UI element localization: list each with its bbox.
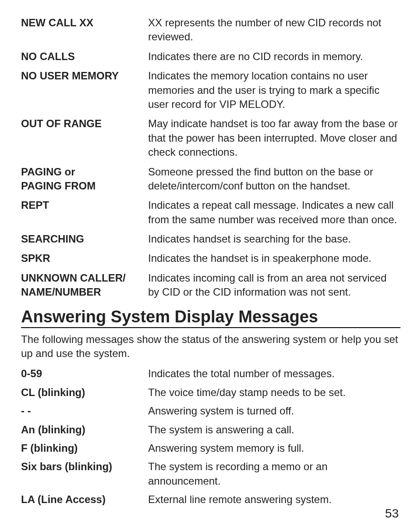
def-desc: XX represents the number of new CID reco… bbox=[148, 16, 400, 44]
page-number: 53 bbox=[385, 507, 399, 521]
definition-list-2: 0-59 Indicates the total number of messa… bbox=[21, 367, 400, 507]
def-term: 0-59 bbox=[21, 367, 148, 381]
def-row: NEW CALL XX XX represents the number of … bbox=[21, 16, 400, 44]
section-heading: Answering System Display Messages bbox=[21, 307, 400, 328]
def-row: - - Answering system is turned off. bbox=[21, 404, 400, 418]
def-term: An (blinking) bbox=[21, 423, 148, 437]
def-term: SPKR bbox=[21, 251, 148, 265]
def-desc: Indicates a repeat call message. Indicat… bbox=[148, 198, 400, 227]
def-row: REPT Indicates a repeat call message. In… bbox=[21, 198, 400, 227]
def-desc: The voice time/day stamp needs to be set… bbox=[148, 386, 400, 400]
def-desc: Indicates handset is searching for the b… bbox=[148, 232, 400, 246]
def-desc: External line remote answering system. bbox=[148, 493, 400, 507]
def-desc: Indicates incoming call is from an area … bbox=[148, 271, 400, 300]
def-desc: May indicate handset is too far away fro… bbox=[148, 117, 400, 159]
def-term: - - bbox=[21, 404, 148, 418]
def-desc: Indicates there are no CID records in me… bbox=[148, 50, 400, 64]
def-term: PAGING or PAGING FROM bbox=[21, 165, 148, 193]
def-row: Six bars (blinking) The system is record… bbox=[21, 460, 400, 488]
section-intro: The following messages show the status o… bbox=[21, 332, 400, 361]
def-desc: The system is answering a call. bbox=[148, 423, 400, 437]
def-row: NO CALLS Indicates there are no CID reco… bbox=[21, 50, 400, 64]
def-desc: Indicates the memory location contains n… bbox=[148, 69, 400, 111]
def-desc: The system is recording a memo or an ann… bbox=[148, 460, 400, 488]
def-term: SEARCHING bbox=[21, 232, 148, 246]
def-term: F (blinking) bbox=[21, 441, 148, 455]
def-row: LA (Line Access) External line remote an… bbox=[21, 493, 400, 507]
def-desc: Indicates the handset is in speakerphone… bbox=[148, 251, 400, 265]
def-desc: Indicates the total number of messages. bbox=[148, 367, 400, 381]
def-term: Six bars (blinking) bbox=[21, 460, 148, 474]
def-row: 0-59 Indicates the total number of messa… bbox=[21, 367, 400, 381]
def-row: An (blinking) The system is answering a … bbox=[21, 423, 400, 437]
def-term: OUT OF RANGE bbox=[21, 117, 148, 131]
def-row: OUT OF RANGE May indicate handset is too… bbox=[21, 117, 400, 159]
def-term: LA (Line Access) bbox=[21, 493, 148, 507]
definition-list-1: NEW CALL XX XX represents the number of … bbox=[21, 16, 400, 300]
def-desc: Answering system memory is full. bbox=[148, 441, 400, 455]
def-row: NO USER MEMORY Indicates the memory loca… bbox=[21, 69, 400, 111]
def-term: UNKNOWN CALLER/ NAME/NUMBER bbox=[21, 271, 148, 300]
def-row: CL (blinking) The voice time/day stamp n… bbox=[21, 386, 400, 400]
def-term: NEW CALL XX bbox=[21, 16, 148, 30]
def-row: F (blinking) Answering system memory is … bbox=[21, 441, 400, 455]
def-row: SEARCHING Indicates handset is searching… bbox=[21, 232, 400, 246]
def-term: NO CALLS bbox=[21, 50, 148, 64]
def-row: PAGING or PAGING FROM Someone pressed th… bbox=[21, 165, 400, 193]
def-term: NO USER MEMORY bbox=[21, 69, 148, 83]
def-term: REPT bbox=[21, 198, 148, 212]
def-row: UNKNOWN CALLER/ NAME/NUMBER Indicates in… bbox=[21, 271, 400, 300]
def-desc: Someone pressed the find button on the b… bbox=[148, 165, 400, 193]
def-desc: Answering system is turned off. bbox=[148, 404, 400, 418]
def-row: SPKR Indicates the handset is in speaker… bbox=[21, 251, 400, 265]
def-term: CL (blinking) bbox=[21, 386, 148, 400]
